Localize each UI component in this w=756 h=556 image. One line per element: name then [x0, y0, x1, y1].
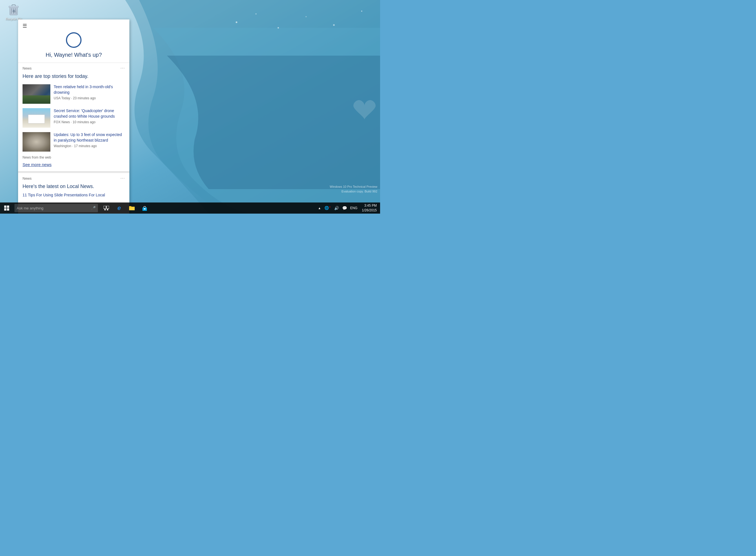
ie-icon: e — [117, 204, 121, 212]
clock-date: 1/26/2015 — [362, 208, 377, 213]
svg-rect-8 — [9, 6, 19, 7]
news-content-1: Teen relative held in 3-month-old's drow… — [54, 84, 125, 104]
news-item-meta-3: Washington · 17 minutes ago — [54, 144, 125, 148]
store-icon — [142, 205, 147, 211]
cortana-header: ☰ — [18, 20, 129, 29]
news-thumb-3 — [23, 132, 50, 151]
svg-rect-19 — [104, 206, 106, 209]
action-center-icon[interactable]: 💬 — [341, 205, 348, 211]
news-content-3: Updates: Up to 3 feet of snow expected i… — [54, 132, 125, 151]
clock-time: 3:45 PM — [362, 203, 377, 208]
search-input[interactable] — [17, 206, 89, 210]
start-button[interactable] — [0, 203, 13, 214]
language-indicator[interactable]: ENG — [349, 206, 359, 211]
task-view-button[interactable] — [100, 203, 112, 214]
store-button[interactable] — [139, 203, 151, 214]
ie-button[interactable]: e — [113, 203, 125, 214]
news-headline-1: Here are top stories for today. — [18, 72, 129, 82]
news-thumb-2 — [23, 108, 50, 128]
recycle-bin[interactable]: ♻ Recycle Bin — [6, 3, 22, 21]
svg-rect-18 — [7, 208, 9, 211]
local-news-item-title[interactable]: 11 Tips For Using Slide Presentations Fo… — [18, 192, 129, 198]
svg-rect-20 — [107, 206, 109, 209]
network-warning-icon[interactable]: 🌐✕ — [323, 205, 332, 211]
system-tray: ▲ 🌐✕ 🔊 💬 ENG 3:45 PM 1/26/2015 — [317, 203, 380, 213]
news-item-3[interactable]: Updates: Up to 3 feet of snow expected i… — [18, 131, 129, 154]
svg-point-6 — [361, 10, 362, 12]
cortana-panel: ☰ Hi, Wayne! What's up? News ··· Here ar… — [18, 20, 129, 214]
taskbar: 🎤 e — [0, 203, 380, 214]
tray-expand-button[interactable]: ▲ — [317, 206, 322, 210]
microphone-icon[interactable]: 🎤 — [91, 206, 96, 210]
local-news-header: News ··· — [18, 173, 129, 182]
news-from-web: News from the web — [18, 154, 129, 161]
local-news-more-button[interactable]: ··· — [121, 176, 125, 181]
news-item-title-3: Updates: Up to 3 feet of snow expected i… — [54, 132, 125, 143]
svg-point-14 — [68, 34, 79, 46]
see-more-news-link[interactable]: See more news — [18, 161, 129, 171]
svg-text:♻: ♻ — [12, 9, 15, 13]
folder-icon — [129, 205, 135, 211]
svg-point-2 — [255, 13, 256, 14]
volume-icon[interactable]: 🔊 — [333, 205, 340, 211]
news-item-meta-1: USA Today · 23 minutes ago — [54, 96, 125, 100]
taskbar-apps: e — [100, 203, 151, 214]
watermark: Windows 10 Pro Technical Preview Evaluat… — [330, 184, 377, 194]
watermark-line2: Evaluation copy. Build 992 — [330, 189, 377, 194]
local-news-label: News — [23, 176, 32, 180]
news-item-2[interactable]: Secret Service: 'Quadcopter' drone crash… — [18, 107, 129, 131]
news-thumb-1 — [23, 84, 50, 104]
svg-rect-15 — [4, 206, 6, 208]
svg-rect-22 — [107, 209, 108, 210]
news-more-button-1[interactable]: ··· — [121, 66, 125, 71]
news-item-title-1: Teen relative held in 3-month-old's drow… — [54, 84, 125, 95]
cortana-greeting: Hi, Wayne! What's up? — [18, 50, 129, 63]
hamburger-menu-icon[interactable]: ☰ — [23, 23, 27, 29]
svg-rect-21 — [104, 209, 106, 210]
news-label-1: News — [23, 66, 32, 70]
svg-rect-17 — [4, 208, 6, 211]
cortana-circle-logo[interactable] — [18, 29, 129, 50]
watermark-line1: Windows 10 Pro Technical Preview — [330, 184, 377, 189]
recycle-bin-icon: ♻ — [7, 3, 20, 16]
news-header-1: News ··· — [18, 63, 129, 72]
local-news-headline: Here's the latest on Local News. — [18, 182, 129, 192]
svg-point-1 — [236, 22, 237, 23]
svg-rect-16 — [7, 206, 9, 208]
news-content-2: Secret Service: 'Quadcopter' drone crash… — [54, 108, 125, 128]
svg-rect-24 — [144, 208, 145, 209]
file-explorer-button[interactable] — [126, 203, 138, 214]
clock[interactable]: 3:45 PM 1/26/2015 — [360, 203, 379, 213]
svg-point-5 — [333, 24, 335, 26]
svg-point-4 — [306, 16, 307, 17]
news-item-meta-2: FOX News · 10 minutes ago — [54, 120, 125, 124]
news-item-title-2: Secret Service: 'Quadcopter' drone crash… — [54, 108, 125, 119]
svg-point-3 — [278, 27, 279, 29]
news-item-1[interactable]: Teen relative held in 3-month-old's drow… — [18, 82, 129, 107]
news-section-top: News ··· Here are top stories for today.… — [18, 63, 129, 214]
cortana-search-bar[interactable]: 🎤 — [14, 204, 98, 212]
